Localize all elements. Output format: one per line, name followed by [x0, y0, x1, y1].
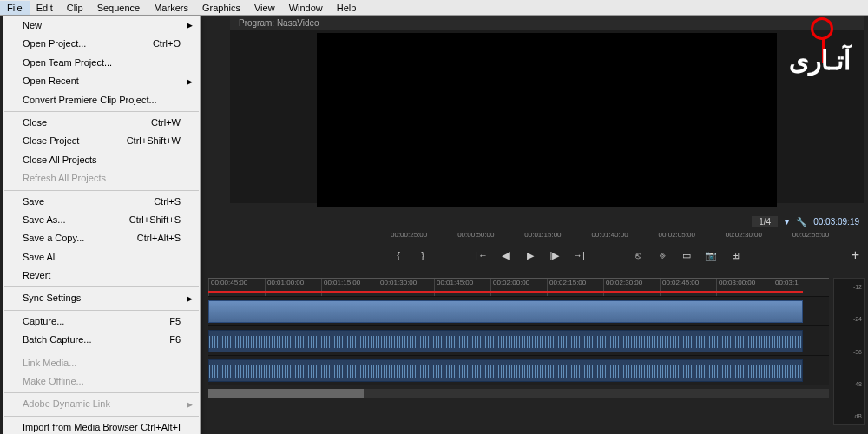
- scrollbar-thumb[interactable]: [208, 389, 364, 398]
- export-frame-button[interactable]: ▭: [679, 247, 694, 263]
- file-menu-new[interactable]: New▶: [3, 16, 200, 35]
- zoom-level[interactable]: 1/4: [752, 216, 778, 227]
- file-menu-save-a-copy-[interactable]: Save a Copy...Ctrl+Alt+S: [3, 229, 200, 247]
- file-menu-close-all-projects[interactable]: Close All Projects: [3, 151, 200, 169]
- go-to-out-button[interactable]: →|: [571, 247, 587, 263]
- program-screen: [317, 33, 777, 207]
- file-menu-save-all[interactable]: Save All: [3, 248, 200, 266]
- menu-edit[interactable]: Edit: [30, 1, 60, 15]
- wrench-icon[interactable]: 🔧: [796, 217, 806, 227]
- audio-track-2[interactable]: [208, 356, 829, 385]
- audio-track-1[interactable]: [208, 326, 829, 356]
- file-menu-convert-premiere-clip-project-[interactable]: Convert Premiere Clip Project...: [3, 91, 200, 109]
- file-menu-capture-[interactable]: Capture...F5: [3, 312, 200, 331]
- button-editor-plus[interactable]: +: [852, 247, 859, 263]
- program-viewer[interactable]: [230, 30, 864, 203]
- menu-markers[interactable]: Markers: [147, 1, 195, 15]
- menu-file[interactable]: File: [0, 1, 30, 15]
- file-menu[interactable]: New▶Open Project...Ctrl+OOpen Team Proje…: [3, 16, 201, 434]
- file-menu-close-project[interactable]: Close ProjectCtrl+Shift+W: [3, 132, 200, 150]
- file-menu-open-recent[interactable]: Open Recent▶: [3, 72, 200, 90]
- audio-clip-2[interactable]: [208, 359, 803, 382]
- menu-window[interactable]: Window: [282, 1, 330, 15]
- menu-graphics[interactable]: Graphics: [195, 1, 247, 15]
- menu-help[interactable]: Help: [330, 1, 364, 15]
- program-title: Program: NasaVideo: [239, 18, 319, 28]
- file-menu-make-offline-: Make Offline...: [3, 372, 200, 391]
- program-panel-header: Program: NasaVideo: [230, 16, 864, 30]
- mark-out-button[interactable]: }: [415, 247, 431, 263]
- file-menu-revert[interactable]: Revert: [3, 266, 200, 285]
- menu-view[interactable]: View: [247, 1, 282, 15]
- extract-button[interactable]: ⎆: [654, 247, 670, 263]
- audio-clip-1[interactable]: [208, 330, 803, 352]
- timeline-scrollbar[interactable]: [208, 389, 829, 398]
- file-menu-link-media-: Link Media...: [3, 354, 200, 372]
- file-menu-open-team-project-[interactable]: Open Team Project...: [3, 54, 200, 72]
- magnifier-icon: [811, 17, 833, 40]
- program-timecode: 00:03:09:19: [813, 217, 859, 227]
- play-button[interactable]: ▶: [523, 247, 538, 263]
- file-menu-import-from-media-browser[interactable]: Import from Media BrowserCtrl+Alt+I: [3, 418, 200, 434]
- chevron-down-icon[interactable]: ▾: [785, 217, 789, 227]
- file-menu-save-as-[interactable]: Save As...Ctrl+Shift+S: [3, 211, 200, 229]
- file-menu-save[interactable]: SaveCtrl+S: [3, 193, 200, 211]
- step-fwd-button[interactable]: |▶: [547, 247, 562, 263]
- program-status-bar: 1/4 ▾ 🔧 00:03:09:19: [391, 212, 859, 231]
- menubar[interactable]: FileEditClipSequenceMarkersGraphicsViewW…: [0, 0, 868, 16]
- camera-icon[interactable]: 📷: [703, 247, 719, 263]
- file-menu-batch-capture-[interactable]: Batch Capture...F6: [3, 331, 200, 349]
- video-clip[interactable]: [208, 300, 803, 323]
- transport-controls: { } |← ◀| ▶ |▶ →| ⎋ ⎆ ▭ 📷 ⊞ +: [391, 245, 859, 266]
- timeline-panel[interactable]: 00:00:45:0000:01:00:0000:01:15:0000:01:3…: [208, 278, 829, 434]
- file-menu-refresh-all-projects: Refresh All Projects: [3, 169, 200, 187]
- go-to-in-button[interactable]: |←: [474, 247, 490, 263]
- file-menu-close[interactable]: CloseCtrl+W: [3, 114, 200, 132]
- work-area-bar[interactable]: [208, 291, 803, 293]
- menu-sequence[interactable]: Sequence: [90, 1, 148, 15]
- program-ruler[interactable]: 00:00:25:0000:00:50:0000:01:15:0000:01:4…: [391, 231, 859, 241]
- safe-margins-button[interactable]: ⊞: [727, 247, 743, 263]
- menu-clip[interactable]: Clip: [60, 1, 90, 15]
- mark-in-button[interactable]: {: [391, 247, 406, 263]
- file-menu-sync-settings[interactable]: Sync Settings▶: [3, 289, 200, 307]
- file-menu-adobe-dynamic-link: Adobe Dynamic Link▶: [3, 395, 200, 413]
- file-menu-open-project-[interactable]: Open Project...Ctrl+O: [3, 35, 200, 53]
- timeline-ruler[interactable]: 00:00:45:0000:01:00:0000:01:15:0000:01:3…: [208, 278, 829, 297]
- step-back-button[interactable]: ◀|: [498, 247, 514, 263]
- video-track-1[interactable]: [208, 297, 829, 326]
- lift-button[interactable]: ⎋: [630, 247, 646, 263]
- audio-meter: -12-24-36-48dB: [833, 278, 865, 425]
